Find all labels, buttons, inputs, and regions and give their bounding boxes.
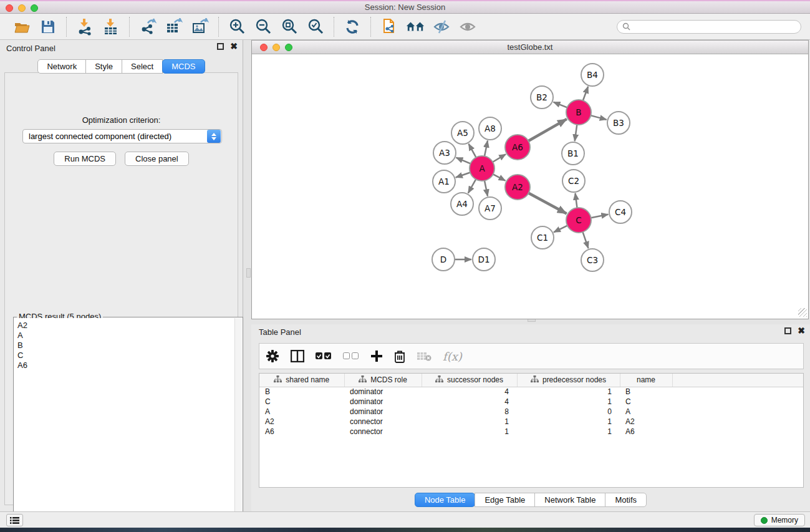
column-view-icon[interactable] xyxy=(291,350,304,362)
delete-column-icon[interactable] xyxy=(394,350,405,363)
table-row[interactable]: A2connector11A2 xyxy=(259,417,803,427)
close-table-panel-icon[interactable]: ✖ xyxy=(798,327,805,334)
tab-edge-table[interactable]: Edge Table xyxy=(475,493,535,507)
close-window-button[interactable] xyxy=(6,4,13,12)
table-header-row[interactable]: shared nameMCDS rolesuccessor nodesprede… xyxy=(259,374,803,387)
edge-A-A6[interactable] xyxy=(493,154,506,162)
edge-C-C3[interactable] xyxy=(583,232,589,248)
export-image-icon[interactable] xyxy=(191,17,210,36)
import-network-icon[interactable] xyxy=(75,17,94,36)
zoom-network-button[interactable] xyxy=(285,44,292,51)
vertical-scroll-thumb[interactable] xyxy=(246,268,251,278)
window-resize-grip[interactable] xyxy=(798,308,807,317)
result-item[interactable]: A xyxy=(17,331,234,341)
node-label-C1: C1 xyxy=(537,233,548,243)
zoom-in-icon[interactable] xyxy=(228,17,246,36)
tab-motifs[interactable]: Motifs xyxy=(605,493,647,507)
table-row[interactable]: Adominator80A xyxy=(259,407,803,417)
close-panel-icon[interactable]: ✖ xyxy=(230,43,238,50)
column-header[interactable]: name xyxy=(620,374,672,387)
table-row[interactable]: Cdominator41C xyxy=(259,397,803,407)
clone-network-icon[interactable] xyxy=(380,17,398,36)
result-item[interactable]: A6 xyxy=(17,360,234,370)
function-builder-icon[interactable]: f(x) xyxy=(443,350,462,363)
zoom-fit-icon[interactable] xyxy=(280,17,299,36)
save-session-icon[interactable] xyxy=(39,17,57,36)
network-window-titlebar[interactable]: testGlobe.txt xyxy=(252,41,808,54)
tab-network-table[interactable]: Network Table xyxy=(534,493,605,507)
task-history-button[interactable] xyxy=(6,514,23,526)
zoom-out-icon[interactable] xyxy=(254,17,272,36)
delete-table-icon[interactable] xyxy=(417,351,432,361)
memory-button[interactable]: Memory xyxy=(754,514,805,526)
tree-icon xyxy=(531,375,539,385)
zoom-window-button[interactable] xyxy=(31,4,38,12)
edge-A2-C[interactable] xyxy=(529,193,567,214)
edge-C-C4[interactable] xyxy=(591,215,609,218)
refresh-icon[interactable] xyxy=(343,17,362,36)
result-item[interactable]: C xyxy=(17,351,234,360)
zoom-selected-icon[interactable] xyxy=(306,17,325,36)
gear-icon[interactable] xyxy=(266,349,279,363)
open-file-icon[interactable] xyxy=(12,17,31,36)
close-panel-button[interactable]: Close panel xyxy=(125,152,189,166)
criterion-dropdown[interactable]: largest connected component (directed) xyxy=(22,129,222,143)
hide-panel-icon[interactable] xyxy=(432,17,451,36)
edge-C-C1[interactable] xyxy=(554,226,567,233)
minimize-window-button[interactable] xyxy=(18,4,26,12)
column-header[interactable]: MCDS role xyxy=(344,374,422,387)
node-label-C2: C2 xyxy=(568,176,579,186)
memory-status-icon xyxy=(761,517,768,524)
edge-B-B3[interactable] xyxy=(591,115,606,120)
edge-A-A7[interactable] xyxy=(485,181,488,196)
minimize-network-button[interactable] xyxy=(272,44,280,51)
result-scrollbar[interactable] xyxy=(234,318,242,531)
search-field[interactable] xyxy=(617,20,801,34)
tab-network[interactable]: Network xyxy=(37,59,86,74)
result-item[interactable]: B xyxy=(17,341,234,351)
edge-B-B1[interactable] xyxy=(575,125,577,141)
column-header[interactable]: successor nodes xyxy=(422,374,517,387)
export-network-icon[interactable] xyxy=(138,17,157,36)
node-table[interactable]: shared nameMCDS rolesuccessor nodesprede… xyxy=(259,373,804,488)
float-table-panel-icon[interactable] xyxy=(784,327,791,334)
show-panel-icon[interactable] xyxy=(458,17,477,36)
table-panel-title: Table Panel xyxy=(259,327,301,337)
home-views-icon[interactable] xyxy=(406,17,425,36)
tab-mcds[interactable]: MCDS xyxy=(162,59,205,74)
mcds-result-list[interactable]: A2ABCA6 xyxy=(14,318,234,531)
edge-A-A8[interactable] xyxy=(485,141,488,157)
edge-C-C2[interactable] xyxy=(576,193,577,208)
edge-A-A5[interactable] xyxy=(469,144,476,158)
table-row[interactable]: A6connector11A6 xyxy=(259,427,803,437)
close-network-button[interactable] xyxy=(260,44,268,51)
edge-A-A2[interactable] xyxy=(493,174,506,180)
tab-node-table[interactable]: Node Table xyxy=(415,493,476,507)
tab-style[interactable]: Style xyxy=(85,59,122,74)
tab-select[interactable]: Select xyxy=(122,59,163,74)
import-table-icon[interactable] xyxy=(102,17,120,36)
edge-A-A1[interactable] xyxy=(456,173,470,178)
add-column-icon[interactable] xyxy=(370,350,383,362)
node-label-C4: C4 xyxy=(615,207,626,217)
edge-B-B2[interactable] xyxy=(554,102,567,108)
run-mcds-button[interactable]: Run MCDS xyxy=(54,152,116,166)
table-row[interactable]: Bdominator41B xyxy=(259,387,803,397)
column-header[interactable]: shared name xyxy=(259,374,344,387)
float-panel-icon[interactable] xyxy=(217,43,224,50)
search-input[interactable] xyxy=(634,22,796,31)
edge-A-A3[interactable] xyxy=(456,158,470,164)
edge-A6-B[interactable] xyxy=(528,119,567,141)
select-all-icon[interactable] xyxy=(316,352,332,360)
edge-B-B4[interactable] xyxy=(583,87,588,100)
window-titlebar[interactable]: Session: New Session xyxy=(0,0,810,14)
export-table-icon[interactable] xyxy=(165,17,183,36)
node-label-A8: A8 xyxy=(485,123,496,133)
network-traffic-lights xyxy=(260,44,292,51)
unselect-all-icon[interactable] xyxy=(343,352,359,360)
edge-A-A4[interactable] xyxy=(468,179,476,193)
network-graph[interactable]: B4B2BB3A5A8A6A3B1AA1C2A2A4A7C4CC1C3DD1 xyxy=(252,54,808,318)
column-header[interactable]: predecessor nodes xyxy=(517,374,620,387)
network-canvas[interactable]: B4B2BB3A5A8A6A3B1AA1C2A2A4A7C4CC1C3DD1 xyxy=(252,54,808,318)
result-item[interactable]: A2 xyxy=(17,321,234,331)
